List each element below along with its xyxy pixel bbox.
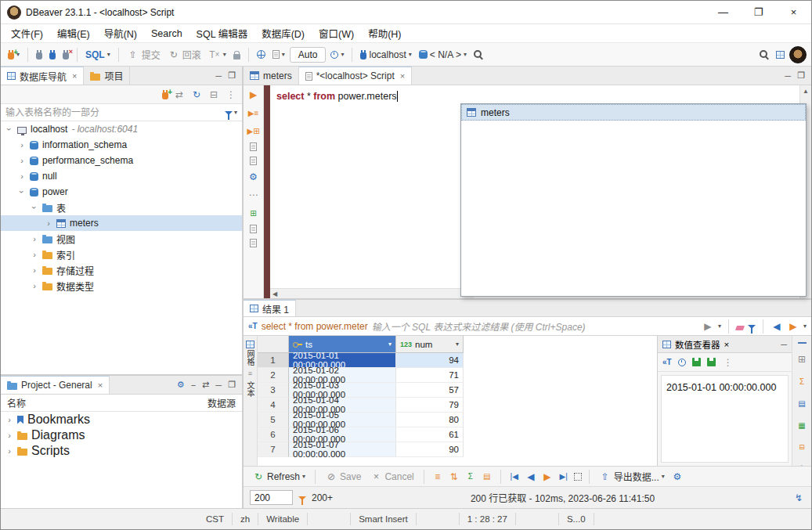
aggregate-panel-icon[interactable]: Σ bbox=[796, 375, 808, 388]
open-script-icon[interactable] bbox=[250, 225, 257, 233]
tab-results-1[interactable]: 结果 1 bbox=[244, 300, 296, 316]
maximize-button[interactable]: ❐ bbox=[741, 1, 776, 23]
close-icon[interactable]: × bbox=[724, 340, 730, 349]
filter-type-icon[interactable]: «T bbox=[248, 322, 258, 330]
cell-num[interactable]: 94 bbox=[396, 353, 464, 368]
expander-icon[interactable]: › bbox=[30, 204, 39, 211]
minimize-button[interactable]: — bbox=[706, 1, 741, 23]
link-icon[interactable]: ⇄ bbox=[202, 380, 209, 390]
row-number[interactable]: 7 bbox=[258, 442, 289, 457]
row-number[interactable]: 6 bbox=[258, 427, 289, 442]
compare-button[interactable]: ▾ bbox=[270, 49, 287, 60]
save-all-values-icon[interactable] bbox=[707, 358, 716, 366]
close-icon[interactable]: × bbox=[400, 71, 405, 81]
database-selector[interactable]: < N/A >▾ bbox=[417, 48, 469, 62]
cancel-button[interactable]: ×Cancel bbox=[367, 469, 416, 485]
rollback-button[interactable]: ↻回滚 bbox=[165, 46, 204, 63]
expander-icon[interactable]: › bbox=[5, 125, 14, 133]
menu-search[interactable]: Search bbox=[144, 24, 189, 42]
cell-num[interactable]: 79 bbox=[396, 398, 464, 413]
maximize-panel-icon[interactable]: ❐ bbox=[228, 380, 236, 390]
cell-num[interactable]: 61 bbox=[396, 427, 464, 442]
sort-icon[interactable]: ⇅ bbox=[448, 471, 460, 483]
close-icon[interactable]: × bbox=[72, 71, 77, 81]
autocommit-combo[interactable]: Auto bbox=[290, 47, 327, 63]
aggregate-icon[interactable]: Σ bbox=[464, 471, 477, 483]
connect-button[interactable] bbox=[34, 49, 45, 61]
expander-icon[interactable]: › bbox=[5, 415, 13, 424]
fit-columns-icon[interactable] bbox=[574, 473, 582, 481]
execute-script-icon[interactable]: ▶≡ bbox=[247, 106, 260, 119]
tree-item-datatypes-folder[interactable]: › 数据类型 bbox=[1, 278, 242, 294]
menu-window[interactable]: 窗口(W) bbox=[312, 24, 361, 42]
row-number[interactable]: 5 bbox=[258, 413, 289, 427]
minimize-panel-icon[interactable]: ─ bbox=[785, 71, 791, 81]
name-column-header[interactable]: 名称 bbox=[7, 396, 26, 409]
datasource-column-header[interactable]: 数据源 bbox=[208, 396, 236, 409]
connection-selector[interactable]: localhost▾ bbox=[358, 48, 413, 62]
maximize-panel-icon[interactable]: ❐ bbox=[797, 70, 805, 81]
menu-help[interactable]: 帮助(H) bbox=[361, 24, 408, 42]
view-menu-icon[interactable]: ⋮ bbox=[225, 88, 237, 101]
writable-status[interactable]: Writable bbox=[258, 513, 308, 525]
filter-icon[interactable] bbox=[225, 111, 233, 115]
tab-meters[interactable]: meters bbox=[244, 67, 299, 85]
minimize-panel-icon[interactable]: ─ bbox=[215, 380, 222, 390]
tree-item-performance-schema[interactable]: › performance_schema bbox=[1, 153, 242, 168]
table-filter-input[interactable] bbox=[1, 104, 225, 121]
refresh-tree-icon[interactable]: ↻ bbox=[190, 88, 203, 101]
previous-row-icon[interactable]: ◀ bbox=[525, 471, 537, 483]
history-back-icon[interactable]: ◀ bbox=[770, 320, 783, 333]
menu-edit[interactable]: 编辑(E) bbox=[50, 24, 97, 42]
language-status[interactable]: zh bbox=[233, 513, 258, 525]
metadata-panel-icon[interactable]: ▤ bbox=[796, 397, 808, 409]
expander-icon[interactable]: › bbox=[17, 188, 27, 196]
references-panel-icon[interactable]: ▦ bbox=[796, 419, 808, 431]
filter-context-text[interactable]: select * from power.meter bbox=[262, 321, 368, 332]
filter-placeholder-text[interactable]: 输入一个 SQL 表达式来过滤结果 (使用 Ctrl+Space) bbox=[372, 319, 586, 333]
execute-sql-icon[interactable]: ▶ bbox=[247, 88, 260, 101]
close-button[interactable]: × bbox=[776, 1, 811, 23]
fetch-size-input[interactable] bbox=[250, 490, 293, 505]
tree-item-localhost[interactable]: › localhost - localhost:6041 bbox=[1, 121, 242, 137]
dbeaver-community-icon[interactable] bbox=[789, 46, 807, 63]
fetch-more-label[interactable]: 200+ bbox=[312, 492, 333, 503]
autocomplete-item-meters[interactable]: meters bbox=[461, 104, 806, 121]
value-format-icon[interactable]: «T bbox=[662, 358, 672, 366]
history-forward-icon[interactable]: ▶ bbox=[787, 320, 799, 333]
save-value-icon[interactable] bbox=[692, 358, 701, 366]
insert-mode-status[interactable]: Smart Insert bbox=[351, 513, 417, 525]
statement-icon[interactable] bbox=[250, 157, 257, 165]
lock-button[interactable] bbox=[231, 49, 243, 61]
cell-num[interactable]: 90 bbox=[396, 442, 464, 457]
expander-icon[interactable]: › bbox=[31, 250, 38, 259]
commit-button[interactable]: ⇧提交 bbox=[125, 46, 163, 63]
value-panel-icon[interactable] bbox=[798, 342, 807, 344]
expander-icon[interactable]: › bbox=[31, 281, 38, 290]
settings-gear-icon[interactable]: ⚙ bbox=[177, 380, 185, 390]
maximize-panel-icon[interactable]: ❐ bbox=[228, 70, 236, 81]
calculator-panel-icon[interactable]: ⊞ bbox=[796, 353, 808, 366]
cell-num[interactable]: 80 bbox=[396, 413, 464, 427]
grid-view-label[interactable]: 网格 bbox=[246, 350, 254, 366]
menu-database[interactable]: 数据库(D) bbox=[254, 24, 312, 42]
tree-item-power[interactable]: › power bbox=[1, 184, 242, 200]
row-number[interactable]: 1 bbox=[258, 353, 289, 368]
link-editor-icon[interactable]: ⇄ bbox=[173, 88, 186, 101]
sql-editor-button[interactable]: SQL▾ bbox=[83, 48, 113, 62]
tab-localhost-script[interactable]: *<localhost> Script × bbox=[299, 67, 413, 85]
cell-num[interactable]: 57 bbox=[396, 383, 464, 398]
last-row-icon[interactable]: ▶| bbox=[558, 471, 570, 483]
results-settings-gear-icon[interactable]: ⚙ bbox=[671, 471, 684, 483]
more-actions-icon[interactable]: ⋯ bbox=[247, 189, 260, 201]
tree-item-indexes-folder[interactable]: › 索引 bbox=[1, 247, 242, 262]
more-icon[interactable]: ⋮ bbox=[722, 356, 734, 369]
explain-plan-icon[interactable] bbox=[250, 142, 257, 151]
menu-file[interactable]: 文件(F) bbox=[4, 24, 50, 42]
first-row-icon[interactable]: |◀ bbox=[508, 471, 521, 483]
row-number[interactable]: 4 bbox=[258, 398, 289, 413]
save-button[interactable]: ⊘Save bbox=[323, 469, 363, 485]
tree-item-meters[interactable]: › meters bbox=[1, 215, 242, 231]
timezone-status[interactable]: CST bbox=[198, 513, 233, 525]
quick-search-button[interactable] bbox=[471, 49, 485, 61]
